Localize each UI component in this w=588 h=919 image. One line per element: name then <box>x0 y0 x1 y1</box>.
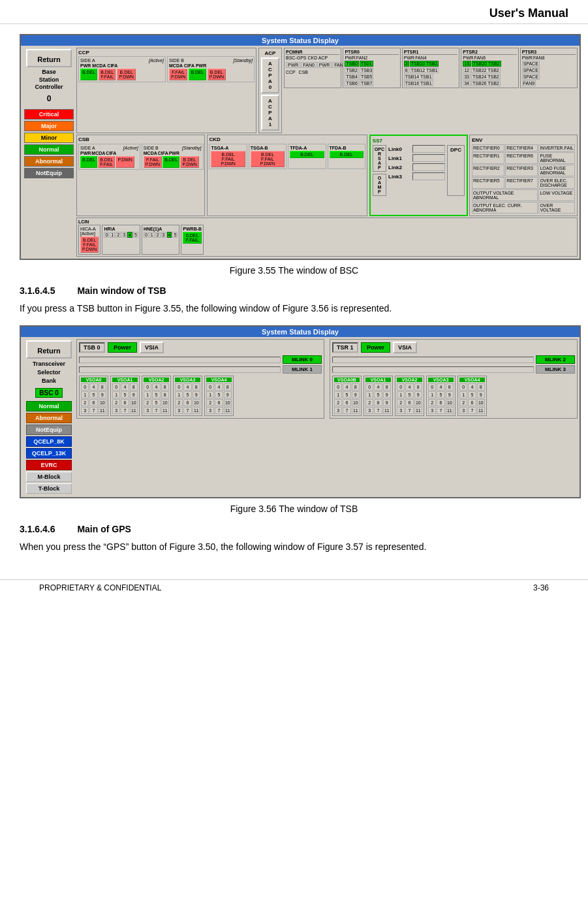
ckd-tsga-b-btn[interactable]: B.DELF.FAILP.DWN <box>251 151 285 167</box>
v4-2[interactable]: 2 <box>206 399 214 406</box>
ckd-tfda-a-btn[interactable]: B.DEL <box>290 151 324 158</box>
ptsr2-34[interactable]: 34 <box>463 80 471 86</box>
v2-5[interactable]: 5 <box>152 391 160 398</box>
v3-2[interactable]: 2 <box>175 399 183 406</box>
hrna-3[interactable]: 3 <box>121 232 127 238</box>
v2-4[interactable]: 4 <box>152 383 160 391</box>
t1v4-3[interactable]: 3 <box>459 407 467 414</box>
v3-5[interactable]: 5 <box>183 391 191 398</box>
v2-9[interactable]: 8 <box>161 391 169 398</box>
ptsr2-tsb22[interactable]: TSB22 TSB2 <box>471 67 501 73</box>
tsb0-vsia[interactable]: VSIA <box>140 342 164 353</box>
t1v3-9[interactable]: 9 <box>446 391 454 398</box>
t1v0-4[interactable]: 4 <box>343 383 350 391</box>
t1v0-6[interactable]: 6 <box>343 399 350 406</box>
ptsr1-8[interactable]: 8 <box>404 67 409 73</box>
v2-3[interactable]: 3 <box>144 407 151 414</box>
v3-6[interactable]: 6 <box>183 399 191 406</box>
t1v2-1[interactable]: 1 <box>397 391 405 398</box>
v0-8[interactable]: 8 <box>99 383 106 391</box>
v2-1[interactable]: 1 <box>144 391 151 398</box>
v2-0[interactable]: 0 <box>144 383 151 391</box>
t1v0-0[interactable]: 0 <box>334 383 342 391</box>
t1v0-8[interactable]: 8 <box>352 383 360 391</box>
t1v2-5[interactable]: 5 <box>405 391 413 398</box>
pwrb-b-btn[interactable]: 0.DELF.FAIL <box>183 232 202 244</box>
t1v2-10[interactable]: 10 <box>414 399 422 406</box>
t1v2-8[interactable]: 8 <box>414 383 422 391</box>
ptsr2-12[interactable]: 12 <box>463 67 471 73</box>
hne1a-5[interactable]: 5 <box>172 232 178 238</box>
t1v4-1[interactable]: 1 <box>459 391 467 398</box>
ptsr1-tsb10[interactable]: TSB10 TSB1 <box>410 61 439 67</box>
ptsr2-1s[interactable]: 1S <box>463 61 471 67</box>
t1v2-11[interactable]: 11 <box>414 407 422 414</box>
t1v3-7[interactable]: 7 <box>437 407 444 414</box>
csb-bdel-2[interactable]: B.DELF.FAIL <box>98 156 115 168</box>
csb-b-pdwn[interactable]: B.DELP.DWN <box>180 156 198 168</box>
v1-7[interactable]: 7 <box>121 407 129 414</box>
v1-11[interactable]: 11 <box>130 407 138 414</box>
t1v0-9[interactable]: 9 <box>352 391 360 398</box>
ptsr0-tsb0[interactable]: TSB0 <box>345 61 359 67</box>
status-notequip[interactable]: NotEquip <box>24 168 74 178</box>
t1v4-2[interactable]: 2 <box>459 399 467 406</box>
t1v0-1[interactable]: 1 <box>334 391 342 398</box>
ptsr0-tsb3[interactable]: TSB3 <box>360 67 374 73</box>
t1v1-3[interactable]: 3 <box>365 407 373 414</box>
v0-0[interactable]: 0 <box>81 383 89 391</box>
t1v0-3[interactable]: 3 <box>334 407 342 414</box>
v4-7[interactable]: 7 <box>215 407 223 414</box>
v1-6[interactable]: 6 <box>121 399 129 406</box>
ptsr2-tsb24[interactable]: TSB24 TSB2 <box>471 74 501 80</box>
ccp-b-del-6[interactable]: B.DELP.DWN <box>208 69 226 80</box>
t1v2-6[interactable]: 6 <box>405 399 413 406</box>
hica-a-bdel[interactable]: B.DELF.FAILP.DWN <box>80 236 99 253</box>
t1v4-4[interactable]: 4 <box>468 383 476 391</box>
t1v2-0[interactable]: 0 <box>397 383 405 391</box>
v3-0[interactable]: 0 <box>175 383 183 391</box>
hne1a-1[interactable]: 1 <box>149 232 155 238</box>
v4-0[interactable]: 0 <box>206 383 214 391</box>
v3-11[interactable]: 11 <box>193 407 200 414</box>
ptsr1-tsb16[interactable]: TSB16 TSB1 <box>404 80 433 86</box>
ptsr0-ts01[interactable]: TS01 <box>360 61 373 67</box>
tsb-status-notequip[interactable]: NotEquip <box>26 425 72 435</box>
ccp-b-del-3[interactable]: B.DELP.DWN <box>117 69 135 80</box>
v4-1[interactable]: 1 <box>206 391 214 398</box>
ccp-b-del-2[interactable]: B.DELF.FAIL <box>99 69 116 80</box>
v3-9[interactable]: 9 <box>193 391 200 398</box>
t1v2-4[interactable]: 4 <box>405 383 413 391</box>
t1v4-0[interactable]: 0 <box>459 383 467 391</box>
t1v4-6[interactable]: 6 <box>468 399 476 406</box>
v1-3[interactable]: 3 <box>112 407 120 414</box>
v4-10[interactable]: 10 <box>224 399 232 406</box>
tsb-status-qcelp13k[interactable]: QCELP_13K <box>26 448 72 459</box>
t1v4-8[interactable]: 8 <box>477 383 485 391</box>
status-critical[interactable]: Critical <box>24 109 74 120</box>
ccp-b-del-4[interactable]: F.FAILP.DWN <box>169 69 187 80</box>
ptsr1-3[interactable]: 3 <box>404 61 409 67</box>
v4-4[interactable]: 4 <box>215 383 223 391</box>
t1v4-7[interactable]: 7 <box>468 407 476 414</box>
t1v3-0[interactable]: 0 <box>428 383 436 391</box>
tsb0-id[interactable]: TSB 0 <box>79 342 105 353</box>
status-minor[interactable]: Minor <box>24 133 74 143</box>
ptsr2-tsb26[interactable]: TSB26 TSB2 <box>471 80 501 86</box>
t1v0-11[interactable]: 11 <box>352 407 360 414</box>
ptsr1-tsb12[interactable]: TSB12 TSB1 <box>410 67 439 73</box>
tsb-status-mblock[interactable]: M-Block <box>26 472 72 482</box>
return-button[interactable]: Return <box>26 49 72 67</box>
v3-7[interactable]: 7 <box>183 407 191 414</box>
v0-6[interactable]: 6 <box>89 399 97 406</box>
ckd-tsga-a-btn[interactable]: B.DELF.FAILP.DWN <box>211 151 245 167</box>
tsb-status-normal[interactable]: Normal <box>26 401 72 411</box>
v2-11[interactable]: 11 <box>161 407 169 414</box>
t1v3-10[interactable]: 10 <box>446 399 454 406</box>
v1-5[interactable]: 5 <box>121 391 129 398</box>
t1v1-5[interactable]: 5 <box>374 391 382 398</box>
tsb1-power[interactable]: Power <box>361 342 390 353</box>
status-major[interactable]: Major <box>24 121 74 131</box>
t1v1-7[interactable]: 7 <box>374 407 382 414</box>
v0-4[interactable]: 4 <box>89 383 97 391</box>
